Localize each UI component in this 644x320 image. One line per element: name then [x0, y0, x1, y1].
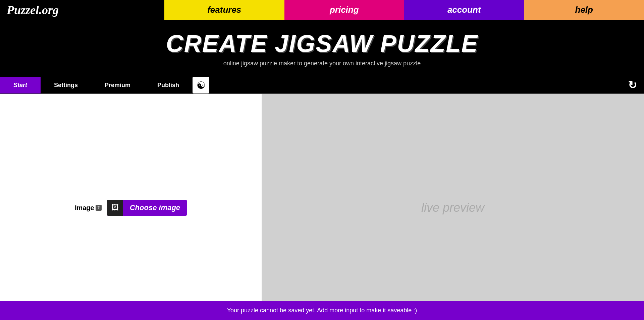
nav-pricing-label: pricing	[330, 5, 359, 15]
status-message: Your puzzle cannot be saved yet. Add mor…	[227, 307, 417, 314]
page-subtitle: online jigsaw puzzle maker to generate y…	[0, 60, 644, 67]
nav: features pricing account help	[164, 0, 644, 20]
choose-image-label: Choose image	[123, 203, 187, 212]
nav-account-label: account	[447, 5, 481, 15]
logo[interactable]: Puzzel.org	[7, 3, 59, 17]
choose-image-icon-box: 🖼	[107, 200, 123, 216]
tab-settings[interactable]: Settings	[41, 77, 91, 93]
main-content: Image ? 🖼 Choose image live preview	[0, 94, 644, 320]
logo-area: Puzzel.org	[0, 3, 164, 17]
right-panel-preview: live preview	[262, 94, 644, 320]
yin-yang-icon: ☯	[197, 79, 206, 91]
nav-help-label: help	[575, 5, 593, 15]
tabs-bar: Start Settings Premium Publish ☯ ↺	[0, 77, 644, 94]
choose-image-button[interactable]: 🖼 Choose image	[107, 200, 187, 216]
image-help-icon[interactable]: ?	[96, 205, 102, 211]
tab-start[interactable]: Start	[0, 77, 41, 93]
tab-premium[interactable]: Premium	[91, 77, 144, 93]
bottom-status-bar: Your puzzle cannot be saved yet. Add mor…	[0, 301, 644, 320]
page-title: CREATE JIGSAW PUZZLE	[0, 30, 644, 57]
nav-help[interactable]: help	[524, 0, 644, 20]
hero-section: CREATE JIGSAW PUZZLE online jigsaw puzzl…	[0, 20, 644, 77]
nav-features[interactable]: features	[164, 0, 284, 20]
left-panel: Image ? 🖼 Choose image	[0, 94, 262, 320]
refresh-icon: ↺	[628, 79, 637, 91]
image-label: Image ?	[75, 204, 102, 212]
live-preview-label: live preview	[421, 201, 484, 215]
nav-pricing[interactable]: pricing	[284, 0, 405, 20]
header: Puzzel.org features pricing account help	[0, 0, 644, 20]
nav-features-label: features	[207, 5, 241, 15]
yin-yang-button[interactable]: ☯	[193, 77, 209, 93]
nav-account[interactable]: account	[404, 0, 524, 20]
tab-publish[interactable]: Publish	[144, 77, 193, 93]
image-icon: 🖼	[111, 203, 119, 212]
image-row: Image ? 🖼 Choose image	[75, 200, 187, 216]
refresh-button[interactable]: ↺	[624, 77, 641, 93]
